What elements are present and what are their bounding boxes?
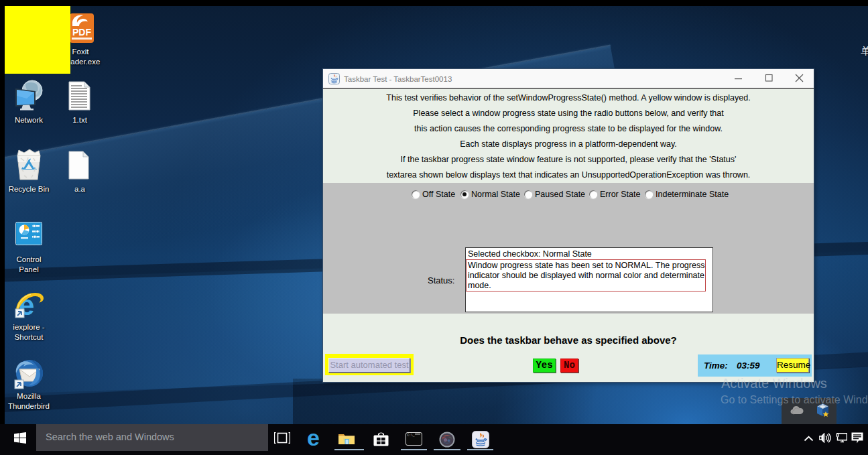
svg-text:C:\_: C:\_ (408, 434, 415, 437)
svg-text:PDF: PDF (72, 27, 91, 38)
